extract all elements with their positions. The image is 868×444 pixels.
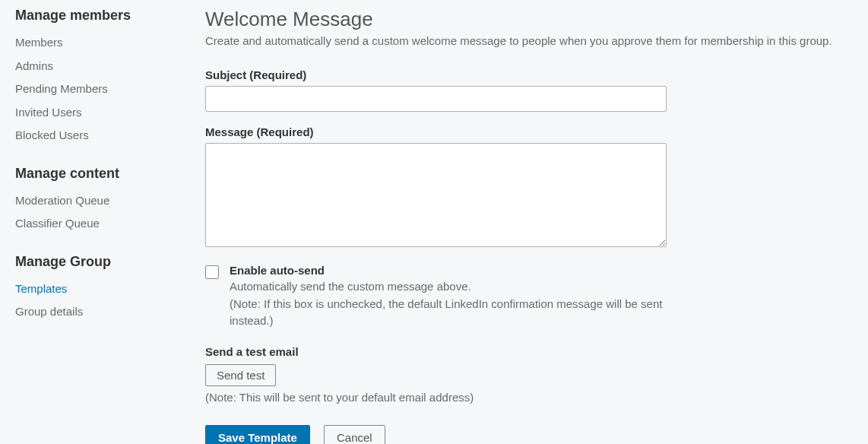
- sidebar-section-members: Manage members Members Admins Pending Me…: [15, 8, 182, 147]
- test-email-note: (Note: This will be sent to your default…: [205, 391, 844, 404]
- test-email-section: Send a test email Send test (Note: This …: [205, 345, 844, 404]
- sidebar-item-group-details[interactable]: Group details: [15, 300, 182, 324]
- autosend-desc-2: (Note: If this box is unchecked, the def…: [230, 296, 669, 330]
- autosend-row: Enable auto-send Automatically send the …: [205, 264, 669, 330]
- autosend-label: Enable auto-send: [230, 264, 669, 277]
- main-content: Welcome Message Create and automatically…: [198, 8, 859, 444]
- sidebar-heading-group: Manage Group: [15, 254, 182, 270]
- sidebar-section-content: Manage content Moderation Queue Classifi…: [15, 166, 182, 236]
- page-subtitle: Create and automatically send a custom w…: [205, 34, 844, 47]
- autosend-desc-1: Automatically send the custom message ab…: [230, 278, 669, 296]
- sidebar-heading-content: Manage content: [15, 166, 182, 182]
- sidebar-item-members[interactable]: Members: [15, 31, 182, 55]
- cancel-button[interactable]: Cancel: [324, 425, 385, 445]
- message-group: Message (Required): [205, 125, 844, 250]
- sidebar-heading-members: Manage members: [15, 8, 182, 24]
- send-test-button[interactable]: Send test: [205, 364, 276, 386]
- message-label: Message (Required): [205, 125, 844, 138]
- subject-input[interactable]: [205, 86, 667, 112]
- sidebar-item-blocked-users[interactable]: Blocked Users: [15, 124, 182, 147]
- subject-label: Subject (Required): [205, 68, 844, 81]
- sidebar-item-classifier-queue[interactable]: Classifier Queue: [15, 212, 182, 236]
- sidebar: Manage members Members Admins Pending Me…: [0, 8, 198, 444]
- button-row: Save Template Cancel: [205, 425, 844, 445]
- sidebar-item-pending-members[interactable]: Pending Members: [15, 78, 182, 101]
- sidebar-item-admins[interactable]: Admins: [15, 55, 182, 78]
- sidebar-item-moderation-queue[interactable]: Moderation Queue: [15, 189, 182, 213]
- sidebar-item-templates[interactable]: Templates: [15, 278, 182, 301]
- test-email-heading: Send a test email: [205, 345, 844, 358]
- autosend-checkbox[interactable]: [205, 265, 219, 279]
- save-template-button[interactable]: Save Template: [205, 425, 310, 445]
- page-title: Welcome Message: [205, 8, 844, 31]
- sidebar-section-group: Manage Group Templates Group details: [15, 254, 182, 324]
- autosend-content: Enable auto-send Automatically send the …: [230, 264, 669, 330]
- message-textarea[interactable]: [205, 143, 667, 247]
- subject-group: Subject (Required): [205, 68, 844, 112]
- sidebar-item-invited-users[interactable]: Invited Users: [15, 101, 182, 125]
